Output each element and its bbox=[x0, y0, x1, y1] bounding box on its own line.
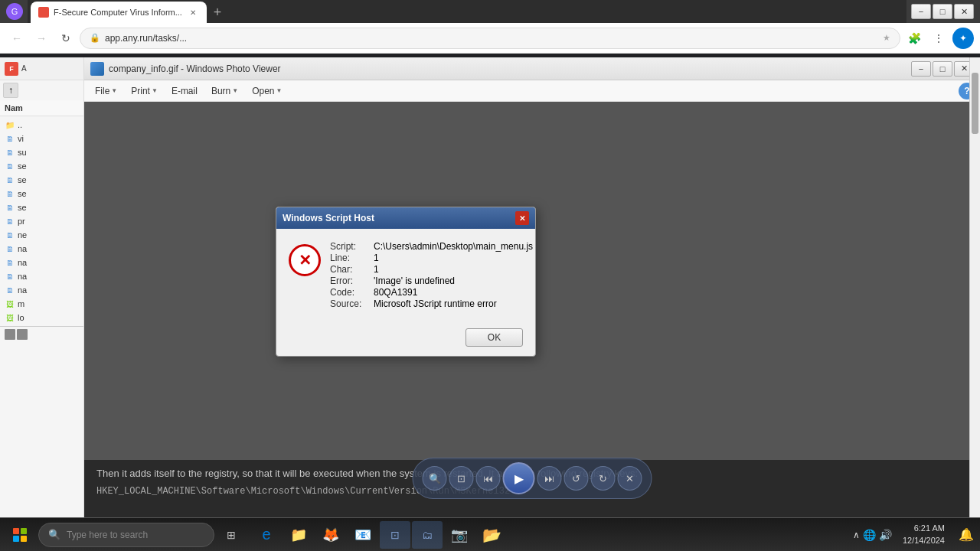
list-item[interactable]: 🗎 vi bbox=[0, 132, 83, 145]
photo-viewer-app-icon bbox=[90, 62, 104, 76]
list-item[interactable]: 🗎 na bbox=[0, 256, 83, 269]
notification-center-button[interactable]: 🔔 bbox=[956, 524, 977, 546]
start-button[interactable] bbox=[3, 521, 37, 549]
browser-close-button[interactable]: ✕ bbox=[954, 4, 974, 19]
taskbar-camera-icon[interactable]: 📷 bbox=[444, 521, 475, 549]
browser-minimize-button[interactable]: − bbox=[911, 4, 931, 19]
list-item[interactable]: 🖼 m bbox=[0, 297, 83, 311]
list-item[interactable]: 🗎 se bbox=[0, 159, 83, 173]
wsh-script-value: C:\Users\admin\Desktop\main_menu.js bbox=[374, 241, 533, 252]
search-icon: 🔍 bbox=[48, 529, 60, 540]
browser-chrome: G F-Secure Computer Virus Inform... ✕ + … bbox=[0, 0, 980, 57]
forward-button[interactable]: → bbox=[31, 28, 52, 49]
chevron-icon[interactable]: ∧ bbox=[853, 530, 860, 540]
reload-button[interactable]: ↻ bbox=[55, 28, 77, 49]
tab-close-button[interactable]: ✕ bbox=[187, 6, 199, 18]
bottom-icons-row bbox=[0, 326, 83, 342]
list-item[interactable]: 🗎 se bbox=[0, 173, 83, 187]
rotate-left-button[interactable]: ↺ bbox=[564, 466, 589, 491]
list-item[interactable]: 🗎 se bbox=[0, 187, 83, 201]
up-nav-row: ↑ bbox=[0, 80, 83, 100]
taskbar-files-icon[interactable]: 📁 bbox=[283, 521, 314, 549]
notification-bell-icon: 🔔 bbox=[959, 527, 974, 542]
back-button[interactable]: ← bbox=[6, 28, 28, 49]
next-button[interactable]: ⏭ bbox=[537, 466, 562, 491]
menu-email[interactable]: E-mail bbox=[165, 83, 204, 99]
list-item[interactable]: 🗎 se bbox=[0, 201, 83, 214]
go-up-button[interactable]: ↑ bbox=[3, 83, 18, 98]
search-placeholder-text: Type here to search bbox=[67, 530, 204, 540]
wsh-close-button[interactable]: ✕ bbox=[515, 211, 529, 225]
list-item[interactable]: 🖼 lo bbox=[0, 311, 83, 324]
taskbar-search-box[interactable]: 🔍 Type here to search bbox=[38, 523, 214, 547]
pv-maximize-button[interactable]: □ bbox=[933, 61, 952, 77]
taskbar-mail-icon[interactable]: 📧 bbox=[348, 521, 378, 549]
page-scrollbar[interactable] bbox=[969, 57, 980, 517]
taskbar-folder-icon[interactable]: 📂 bbox=[476, 521, 507, 549]
pv-minimize-button[interactable]: − bbox=[911, 61, 931, 77]
menu-open[interactable]: Open ▼ bbox=[246, 83, 288, 99]
network-icon[interactable]: 🌐 bbox=[863, 529, 876, 541]
extensions-icon[interactable]: 🧩 bbox=[903, 28, 925, 49]
doc-icon: 🗎 bbox=[5, 257, 15, 268]
prev-button[interactable]: ⏮ bbox=[476, 466, 501, 491]
taskbar-firefox-icon[interactable]: 🦊 bbox=[315, 521, 346, 549]
play-slideshow-button[interactable]: ▶ bbox=[503, 462, 535, 494]
task-view-button[interactable]: ⊞ bbox=[216, 521, 247, 549]
wsh-line-value: 1 bbox=[374, 253, 533, 263]
browser-window-controls: − □ ✕ bbox=[911, 4, 974, 19]
system-tray: ∧ 🌐 🔊 6:21 AM 12/14/2024 🔔 bbox=[853, 523, 977, 546]
wsh-ok-button[interactable]: OK bbox=[466, 328, 523, 347]
system-tray-icons: ∧ 🌐 🔊 bbox=[853, 529, 892, 541]
browser-profile-icon[interactable]: G bbox=[6, 3, 23, 20]
system-clock[interactable]: 6:21 AM 12/14/2024 bbox=[897, 523, 951, 546]
clock-time: 6:21 AM bbox=[903, 523, 945, 534]
photo-viewer-window-controls: − □ ✕ bbox=[911, 61, 974, 77]
scrollbar-thumb[interactable] bbox=[972, 73, 978, 134]
clock-date: 12/14/2024 bbox=[903, 535, 945, 546]
app-label: A bbox=[21, 64, 27, 73]
doc-icon: 🗎 bbox=[5, 202, 15, 213]
tab-title: F-Secure Computer Virus Inform... bbox=[54, 8, 182, 17]
wsh-char-value: 1 bbox=[374, 264, 533, 275]
menu-burn[interactable]: Burn ▼ bbox=[205, 83, 244, 99]
wsh-source-row: Source: Microsoft JScript runtime error bbox=[330, 298, 533, 309]
new-tab-button[interactable]: + bbox=[207, 2, 228, 23]
taskbar-edge-icon[interactable]: e bbox=[251, 521, 282, 549]
menu-print[interactable]: Print ▼ bbox=[125, 83, 164, 99]
browser-tab-active[interactable]: F-Secure Computer Virus Inform... ✕ bbox=[31, 2, 207, 23]
list-item[interactable]: 🗎 pr bbox=[0, 214, 83, 228]
browser-nav-bar: ← → ↻ 🔒 app.any.run/tasks/... ★ 🧩 ⋮ ✦ bbox=[0, 23, 980, 54]
wsh-error-value: 'Image' is undefined bbox=[374, 276, 533, 286]
browser-action-icons: 🧩 ⋮ ✦ bbox=[903, 28, 974, 49]
sidebar-item-dotdot[interactable]: 📁 .. bbox=[0, 118, 83, 132]
delete-button[interactable]: ✕ bbox=[618, 466, 642, 491]
grid-icon bbox=[5, 329, 15, 340]
list-item[interactable]: 🗎 su bbox=[0, 145, 83, 159]
app-icon: F bbox=[5, 62, 18, 76]
volume-icon[interactable]: 🔊 bbox=[879, 529, 892, 541]
taskbar-app1-icon[interactable]: ⊡ bbox=[380, 521, 410, 549]
list-item[interactable]: 🗎 na bbox=[0, 242, 83, 256]
crop-button[interactable]: ⊡ bbox=[449, 466, 474, 491]
wsh-error-row: Error: 'Image' is undefined bbox=[330, 276, 533, 286]
taskbar-app2-icon[interactable]: 🗂 bbox=[412, 521, 443, 549]
wsh-error-label: Error: bbox=[330, 276, 372, 286]
copilot-icon[interactable]: ✦ bbox=[952, 28, 974, 49]
menu-file[interactable]: File ▼ bbox=[89, 83, 123, 99]
browser-menu-icon[interactable]: ⋮ bbox=[928, 28, 949, 49]
address-bar[interactable]: 🔒 app.any.run/tasks/... ★ bbox=[80, 28, 900, 49]
browser-maximize-button[interactable]: □ bbox=[933, 4, 952, 19]
address-text: app.any.run/tasks/... bbox=[105, 33, 878, 44]
list-item[interactable]: 🗎 na bbox=[0, 269, 83, 283]
list-item[interactable]: 🗎 na bbox=[0, 283, 83, 297]
photo-viewer-controls: 🔍 ⊡ ⏮ ▶ ⏭ ↺ ↻ ✕ bbox=[413, 458, 652, 499]
doc-icon: 🗎 bbox=[5, 271, 15, 282]
rotate-right-button[interactable]: ↻ bbox=[591, 466, 616, 491]
magnify-button[interactable]: 🔍 bbox=[423, 466, 447, 491]
sidebar-items-list: 📁 .. 🗎 vi 🗎 su 🗎 se 🗎 se 🗎 se bbox=[0, 116, 83, 344]
wsh-code-row: Code: 80QA1391 bbox=[330, 287, 533, 298]
list-item[interactable]: 🗎 ne bbox=[0, 228, 83, 242]
wsh-line-row: Line: 1 bbox=[330, 253, 533, 263]
file-explorer-sidebar: F A ↑ Nam 📁 .. 🗎 vi 🗎 su 🗎 s bbox=[0, 57, 84, 551]
